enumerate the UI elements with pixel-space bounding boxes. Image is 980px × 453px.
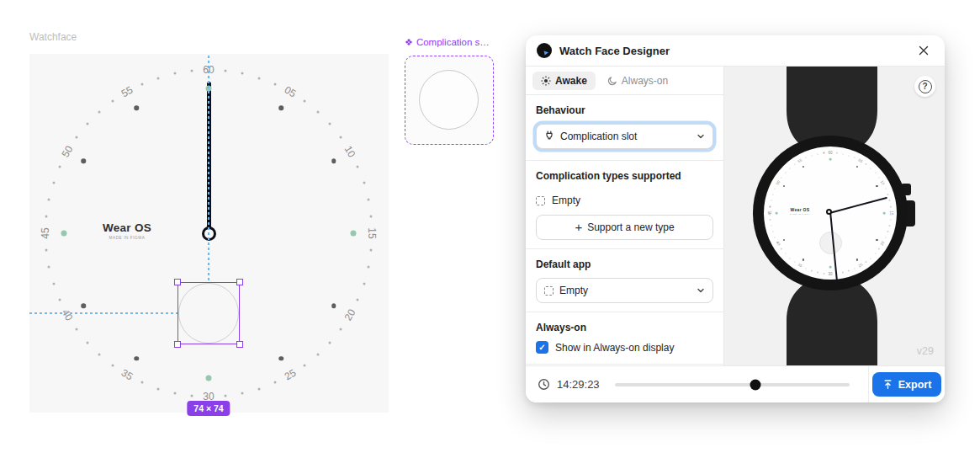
minute-dot — [141, 83, 144, 85]
minute-dot — [357, 166, 359, 168]
minute-label: 10 — [342, 144, 358, 160]
watch-band-bottom — [787, 278, 877, 365]
minute-dot — [304, 364, 306, 366]
quarter-dot — [61, 231, 67, 237]
minute-dot — [111, 100, 114, 103]
minute-label: 45 — [40, 227, 51, 238]
watch-face-designer-dialog: Watch Face Designer Awake — [526, 35, 945, 402]
minute-dot — [76, 136, 78, 138]
minute-label: 15 — [889, 211, 893, 215]
minute-dot — [141, 381, 144, 384]
minute-dot — [86, 123, 88, 125]
behaviour-select[interactable]: Complication slot — [536, 124, 713, 149]
empty-type-icon — [536, 196, 545, 205]
watchface-frame[interactable]: 600510152025303540455055 Wear OS MADE IN… — [29, 54, 389, 413]
chevron-down-icon — [697, 286, 705, 295]
watch-render — [724, 67, 945, 365]
minute-dot — [190, 70, 193, 72]
tab-always-on-label: Always-on — [622, 75, 668, 87]
minute-dot — [98, 354, 101, 356]
minute-dot — [48, 266, 50, 269]
always-on-checkbox-label: Show in Always-on display — [555, 342, 674, 354]
minute-dot — [76, 328, 78, 331]
quarter-dot — [829, 158, 832, 161]
add-type-button-label: Support a new type — [587, 221, 674, 233]
selection-handle-ne[interactable] — [236, 279, 243, 285]
dialog-footer: 14:29:23 Export — [526, 365, 945, 402]
minute-dot — [111, 364, 114, 366]
brand-subtext: MADE IN FIGMA — [93, 236, 161, 240]
divider — [526, 364, 723, 365]
minute-dot — [98, 110, 101, 113]
minute-dot — [329, 341, 331, 344]
plugin-logo-icon — [537, 43, 552, 58]
default-app-value: Empty — [559, 285, 691, 296]
close-icon[interactable] — [914, 40, 934, 61]
five-minute-dot — [331, 303, 336, 308]
quarter-dot — [883, 212, 886, 215]
complication-slot-icon — [544, 131, 554, 142]
question-mark-icon: ? — [919, 80, 932, 93]
dialog-header: Watch Face Designer — [526, 35, 945, 67]
selection-handle-nw[interactable] — [174, 279, 181, 285]
five-minute-dot — [278, 356, 283, 361]
minute-dot — [273, 381, 276, 384]
five-minute-dot — [134, 105, 139, 110]
component-thumbnail[interactable] — [405, 56, 494, 145]
minute-dot — [369, 249, 372, 252]
add-type-button[interactable]: + Support a new type — [536, 215, 713, 240]
component-name-text: Complication s… — [416, 37, 490, 47]
preview-brand-block: Wear OS MADE IN FIGMA — [787, 208, 813, 215]
five-minute-dot — [331, 158, 336, 163]
minute-dot — [48, 198, 50, 200]
selection-size-badge: 74 × 74 — [187, 401, 230, 416]
time-slider-thumb[interactable] — [750, 379, 761, 390]
quarter-dot — [829, 266, 832, 269]
minute-dot — [273, 83, 276, 85]
empty-app-icon — [544, 286, 554, 296]
complication-type-item[interactable]: Empty — [536, 189, 713, 211]
complication-types-label: Complication types supported — [536, 170, 713, 182]
frame-label[interactable]: Watchface — [29, 31, 77, 43]
minute-dot — [157, 77, 160, 79]
quarter-dot — [776, 212, 778, 215]
watch-preview-pane: 600510152025303540455055 Wear OS MADE IN… — [724, 67, 945, 365]
minute-dot — [367, 266, 369, 269]
minute-dot — [316, 354, 319, 356]
quarter-dot — [206, 376, 212, 381]
minute-label: 25 — [283, 367, 299, 383]
minute-label: 30 — [828, 272, 832, 276]
minute-dot — [316, 110, 319, 113]
component-name[interactable]: ❖Complication s… — [405, 37, 490, 48]
minute-dot — [367, 198, 369, 200]
always-on-label: Always-on — [536, 322, 713, 333]
moon-icon — [607, 76, 617, 86]
export-button-label: Export — [898, 379, 932, 391]
minute-label: 20 — [342, 307, 358, 323]
minute-dot — [304, 100, 306, 103]
default-app-select[interactable]: Empty — [536, 278, 713, 303]
default-app-label: Default app — [536, 258, 713, 270]
minute-dot — [241, 72, 244, 75]
always-on-checkbox[interactable]: ✓ — [536, 341, 548, 354]
selection-handle-sw[interactable] — [174, 341, 181, 348]
tab-awake[interactable]: Awake — [532, 72, 596, 90]
minute-dot — [45, 215, 48, 217]
behaviour-value: Complication slot — [560, 131, 691, 142]
minute-label: 15 — [366, 227, 378, 238]
selection-handle-se[interactable] — [236, 341, 243, 348]
settings-form: Awake Always-on Behaviour — [526, 67, 724, 365]
minute-dot — [225, 394, 227, 397]
selection-outline — [177, 282, 240, 344]
minute-dot — [190, 394, 193, 397]
minute-label: 40 — [60, 307, 76, 323]
export-button[interactable]: Export — [872, 372, 942, 397]
figma-workspace: Watchface 600510152025303540455055 Wear … — [0, 0, 980, 453]
component-circle — [419, 70, 479, 130]
time-slider[interactable] — [615, 383, 850, 386]
minute-dot — [339, 136, 342, 138]
help-button[interactable]: ? — [914, 76, 935, 97]
minute-label: 55 — [119, 84, 135, 100]
tab-always-on[interactable]: Always-on — [599, 72, 676, 90]
minute-label: 45 — [768, 211, 772, 215]
